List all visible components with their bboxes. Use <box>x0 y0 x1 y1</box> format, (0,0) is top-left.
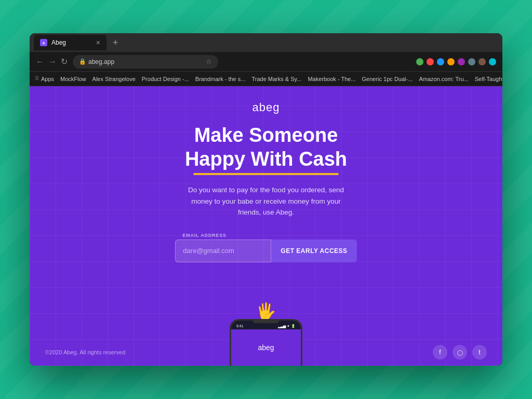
url-text: abeg.app <box>88 58 114 65</box>
email-field-wrapper: EMAIL ADDRESS <box>175 233 271 262</box>
bookmark-generic[interactable]: Generic 1pc Dual-... <box>362 76 413 82</box>
instagram-icon[interactable]: ◯ <box>453 345 467 360</box>
twitter-icon[interactable]: t <box>472 345 487 360</box>
phone-signal: ▂▃▅ ✦ 🔋 <box>278 324 296 328</box>
extension-icon-7[interactable] <box>478 58 486 65</box>
bookmark-brandmark[interactable]: Brandmark - the s... <box>195 76 246 82</box>
footer-copyright: ©2020 Abeg. All rights reserved <box>45 349 125 355</box>
active-tab[interactable]: a Abeg × <box>34 35 107 50</box>
extension-icon-1[interactable] <box>416 58 423 65</box>
bookmark-alex[interactable]: Alex Strangelove <box>92 76 136 82</box>
url-bar[interactable]: 🔒 abeg.app ☆ <box>73 55 218 69</box>
bookmark-amazon[interactable]: Amazon.com: Tru... <box>419 76 468 82</box>
phone-time: 9:41 <box>236 324 244 328</box>
email-form: EMAIL ADDRESS GET EARLY ACCESS <box>175 233 356 262</box>
apps-label[interactable]: Apps <box>41 76 54 82</box>
site-logo: abeg <box>252 101 280 114</box>
social-icons: f ◯ t <box>433 345 487 360</box>
bookmark-selftaught[interactable]: Self-Taught UX #s... <box>475 76 502 82</box>
email-label: EMAIL ADDRESS <box>175 233 271 238</box>
bookmark-makerbook[interactable]: Makerbook - The... <box>308 76 355 82</box>
headline-line1: Make Someone <box>185 124 347 148</box>
extension-icon-8[interactable] <box>489 58 496 65</box>
new-tab-button[interactable]: + <box>109 37 123 48</box>
lock-icon: 🔒 <box>79 58 86 65</box>
hero-headline: Make Someone Happy With Cash <box>185 124 347 175</box>
cash-underline <box>193 173 339 175</box>
tab-bar: a Abeg × + <box>30 33 502 52</box>
hand-icon-phone: 🖐 <box>256 301 276 321</box>
bookmark-star-icon[interactable]: ☆ <box>206 58 212 65</box>
extension-icon-5[interactable] <box>458 58 465 65</box>
browser-window: a Abeg × + ← → ↻ 🔒 abeg.app ☆ <box>30 33 502 366</box>
email-input[interactable] <box>175 240 271 262</box>
extension-icon-2[interactable] <box>427 58 434 65</box>
bookmark-product-design[interactable]: Product Design -... <box>142 76 189 82</box>
tab-close-button[interactable]: × <box>96 38 100 47</box>
facebook-icon[interactable]: f <box>433 345 447 360</box>
extension-icon-4[interactable] <box>447 58 455 65</box>
instagram-label: ◯ <box>457 350 463 355</box>
address-bar: ← → ↻ 🔒 abeg.app ☆ <box>30 52 502 72</box>
nav-buttons: ← → ↻ <box>36 57 68 66</box>
reload-button[interactable]: ↻ <box>61 57 68 66</box>
cta-button[interactable]: GET EARLY ACCESS <box>271 240 356 262</box>
bookmark-trademarks[interactable]: Trade Marks & Sy... <box>251 76 301 82</box>
page-content: abeg Make Someone Happy With Cash Do you… <box>30 86 502 366</box>
tab-favicon: a <box>40 39 47 46</box>
extension-icon-6[interactable] <box>468 58 475 65</box>
tab-title: Abeg <box>51 39 66 46</box>
back-button[interactable]: ← <box>36 57 44 66</box>
bookmarks-bar: ⠿ Apps MockFlow Alex Strangelove Product… <box>30 72 502 86</box>
phone-status-bar: 9:41 ▂▃▅ ✦ 🔋 <box>231 323 301 329</box>
browser-toolbar <box>416 58 496 65</box>
hero-subtext: Do you want to pay for the food you orde… <box>183 184 349 218</box>
page-footer: ©2020 Abeg. All rights reserved f ◯ t <box>30 345 502 360</box>
bookmark-mockflow[interactable]: MockFlow <box>60 76 86 82</box>
headline-line2: Happy With Cash <box>185 148 347 176</box>
apps-bookmark[interactable]: ⠿ Apps <box>35 75 54 82</box>
extension-icon-3[interactable] <box>437 58 444 65</box>
forward-button[interactable]: → <box>48 57 57 66</box>
